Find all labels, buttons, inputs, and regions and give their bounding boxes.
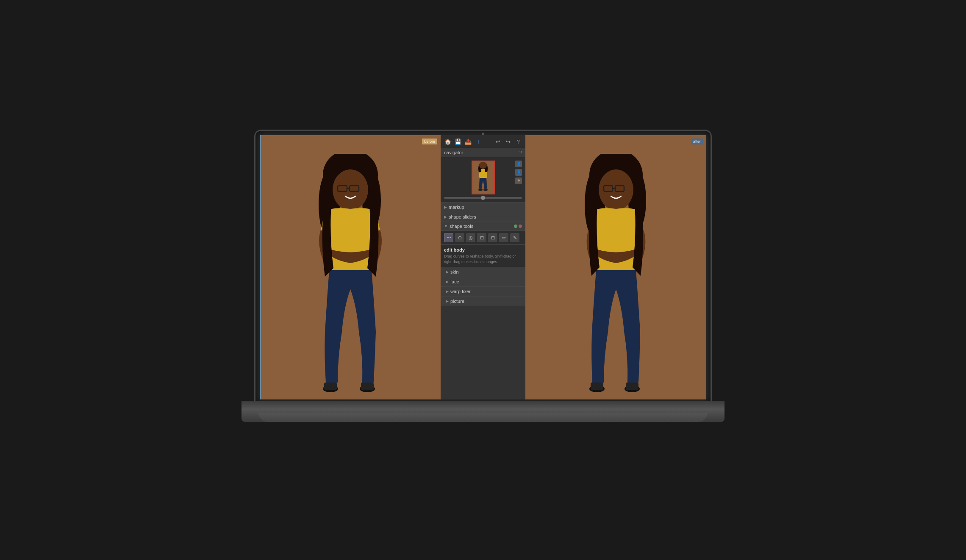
help-icon[interactable]: ?	[514, 138, 522, 145]
laptop-foot	[258, 413, 708, 422]
shape-tools-header: ▼ shape tools	[441, 222, 525, 231]
shape-tools-icons: 〜 ⊙ ◎ ⊞ ⊞ ✏ ✎	[441, 231, 525, 245]
svg-rect-33	[626, 383, 638, 390]
toolbar: 🏠 💾 📤 f ↩ ↪ ?	[441, 135, 525, 148]
before-person-svg	[295, 154, 405, 399]
after-person-svg	[561, 154, 671, 399]
redo-icon[interactable]: ↪	[504, 138, 512, 145]
body-curve-tool-icon[interactable]: 〜	[444, 233, 453, 242]
svg-rect-29	[594, 228, 638, 270]
nav-person-half-icon[interactable]: 👤	[515, 169, 522, 176]
body-edit-tool-icon[interactable]: ✎	[510, 233, 519, 242]
laptop-screen-bezel: before	[254, 130, 712, 405]
skin-chevron: ▶	[446, 270, 449, 274]
bottom-sections: ▶ skin ▶ face ▶ warp fixer	[441, 267, 525, 399]
navigator-title: navigator	[444, 150, 519, 155]
edit-body-section: edit body Drag curves to reshape body. S…	[441, 245, 525, 267]
svg-rect-31	[591, 383, 603, 390]
save-icon[interactable]: 💾	[454, 138, 462, 145]
markup-chevron: ▶	[444, 205, 447, 209]
body-grid-tool-icon[interactable]: ⊞	[477, 233, 486, 242]
navigator-thumbnail[interactable]	[472, 161, 495, 194]
laptop-base	[242, 401, 724, 422]
warp-fixer-section-row[interactable]: ▶ warp fixer	[441, 287, 525, 297]
before-panel: before	[260, 135, 441, 399]
shape-tools-dots	[514, 225, 522, 228]
shape-tools-red-dot[interactable]	[519, 225, 522, 228]
skin-section-row[interactable]: ▶ skin	[441, 267, 525, 277]
svg-rect-10	[324, 383, 337, 390]
zoom-handle[interactable]	[481, 196, 485, 200]
undo-icon[interactable]: ↩	[494, 138, 502, 145]
shape-sliders-label: shape sliders	[449, 214, 476, 219]
laptop-container: before	[242, 130, 724, 430]
body-local-tool-icon[interactable]: ⊙	[455, 233, 464, 242]
edit-body-title: edit body	[444, 247, 522, 252]
after-label: after	[691, 139, 703, 144]
svg-rect-12	[361, 383, 374, 390]
face-chevron: ▶	[446, 280, 449, 284]
body-warp-tool-icon[interactable]: ⊞	[488, 233, 497, 242]
center-panel: 🏠 💾 📤 f ↩ ↪ ? navigator ?	[441, 135, 525, 399]
before-label: before	[422, 139, 437, 144]
shape-tools-title: shape tools	[450, 224, 514, 229]
export-icon[interactable]: 📤	[464, 138, 472, 145]
shape-tools-chevron: ▼	[444, 224, 448, 228]
markup-label: markup	[449, 205, 464, 210]
zoom-slider[interactable]	[444, 197, 522, 199]
after-panel: after	[525, 135, 706, 399]
home-icon[interactable]: 🏠	[444, 138, 452, 145]
share-icon[interactable]: f	[475, 138, 482, 145]
shape-sliders-section-row[interactable]: ▶ shape sliders	[441, 212, 525, 222]
face-label: face	[450, 279, 459, 284]
laptop-screen: before	[260, 135, 706, 399]
warp-fixer-label: warp fixer	[450, 289, 471, 294]
shape-tools-green-dot[interactable]	[514, 225, 517, 228]
nav-person-seated-icon[interactable]: 🪑	[515, 177, 522, 184]
nav-person-full-icon[interactable]: 👤	[515, 161, 522, 167]
navigator-help-icon[interactable]: ?	[519, 150, 522, 155]
markup-section-row[interactable]: ▶ markup	[441, 202, 525, 212]
svg-rect-8	[327, 228, 374, 270]
picture-label: picture	[450, 299, 464, 304]
warp-fixer-chevron: ▶	[446, 289, 449, 294]
navigator-content: 👤 👤 🪑	[441, 157, 525, 202]
picture-chevron: ▶	[446, 299, 449, 303]
body-circle-tool-icon[interactable]: ◎	[466, 233, 475, 242]
face-section-row[interactable]: ▶ face	[441, 277, 525, 287]
body-smooth-tool-icon[interactable]: ✏	[499, 233, 508, 242]
skin-label: skin	[450, 269, 459, 274]
picture-section-row[interactable]: ▶ picture	[441, 297, 525, 306]
edit-body-desc: Drag curves to reshape body. Shift-drag …	[444, 254, 522, 264]
nav-right-icons: 👤 👤 🪑	[515, 161, 522, 184]
navigator-header: navigator ?	[441, 148, 525, 157]
shape-sliders-chevron: ▶	[444, 215, 447, 219]
